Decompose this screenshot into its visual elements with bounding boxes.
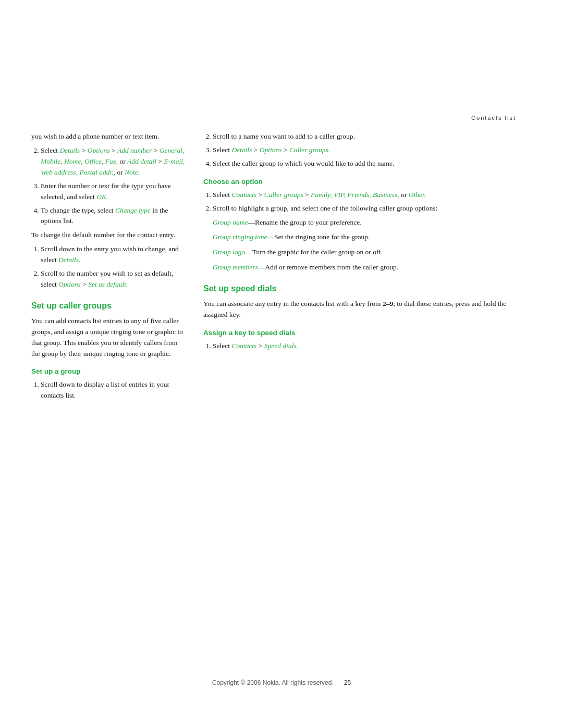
page: Contacts list you wish to add a phone nu… bbox=[0, 0, 563, 728]
step-list-top: Select Details > Options > Add number > … bbox=[31, 145, 188, 227]
page-header: Contacts list bbox=[0, 0, 563, 126]
group-ringing-item: Group ringing tone—Set the ringing tone … bbox=[213, 232, 532, 243]
right-step-2: Scroll to a name you want to add to a ca… bbox=[213, 131, 532, 142]
right-column: Scroll to a name you want to add to a ca… bbox=[203, 131, 532, 404]
default-number-text: To change the default number for the con… bbox=[31, 230, 188, 241]
choose-option-step-1: Select Contacts > Caller groups > Family… bbox=[213, 190, 532, 201]
right-step-4: Select the caller group to which you wou… bbox=[213, 158, 532, 169]
group-members-item: Group members—Add or remove members from… bbox=[213, 262, 532, 273]
header-title: Contacts list bbox=[471, 115, 516, 121]
page-footer: Copyright © 2006 Nokia. All rights reser… bbox=[0, 679, 563, 686]
caller-groups-body: You can add contacts list entries to any… bbox=[31, 316, 188, 360]
right-step-list-top: Scroll to a name you want to add to a ca… bbox=[203, 131, 532, 169]
group-logo-item: Group logo—Turn the graphic for the call… bbox=[213, 247, 532, 258]
section-caller-groups-heading: Set up caller groups bbox=[31, 300, 188, 313]
choose-option-list: Select Contacts > Caller groups > Family… bbox=[203, 190, 532, 274]
step-3: Enter the number or text for the type yo… bbox=[41, 181, 188, 203]
setup-group-step-1: Scroll down to display a list of entries… bbox=[41, 379, 188, 401]
setup-group-list: Scroll down to display a list of entries… bbox=[31, 379, 188, 401]
left-column: you wish to add a phone number or text i… bbox=[31, 131, 188, 404]
content-area: you wish to add a phone number or text i… bbox=[0, 126, 563, 425]
assign-step-1: Select Contacts > Speed dials. bbox=[213, 341, 532, 352]
sub-step-list: Scroll down to the entry you wish to cha… bbox=[31, 244, 188, 290]
intro-text: you wish to add a phone number or text i… bbox=[31, 131, 188, 142]
right-step-3: Select Details > Options > Caller groups… bbox=[213, 145, 532, 156]
footer-copyright: Copyright © 2006 Nokia. All rights reser… bbox=[212, 679, 334, 686]
section-choose-option-heading: Choose an option bbox=[203, 177, 532, 188]
group-name-item: Group name—Rename the group to your pref… bbox=[213, 217, 532, 228]
sub-step-2: Scroll to the number you wish to set as … bbox=[41, 268, 188, 290]
sub-step-1: Scroll down to the entry you wish to cha… bbox=[41, 244, 188, 266]
assign-list: Select Contacts > Speed dials. bbox=[203, 341, 532, 352]
step-2: Select Details > Options > Add number > … bbox=[41, 145, 188, 178]
section-speed-dials-heading: Set up speed dials bbox=[203, 282, 532, 295]
speed-dials-body: You can associate any entry in the conta… bbox=[203, 299, 532, 320]
choose-option-step-2: Scroll to highlight a group, and select … bbox=[213, 203, 532, 274]
sub-heading-setup-group: Set up a group bbox=[31, 366, 188, 377]
footer-page-number: 25 bbox=[344, 679, 351, 686]
step-4: To change the type, select Change type i… bbox=[41, 205, 188, 227]
sub-heading-assign: Assign a key to speed dials bbox=[203, 328, 532, 339]
